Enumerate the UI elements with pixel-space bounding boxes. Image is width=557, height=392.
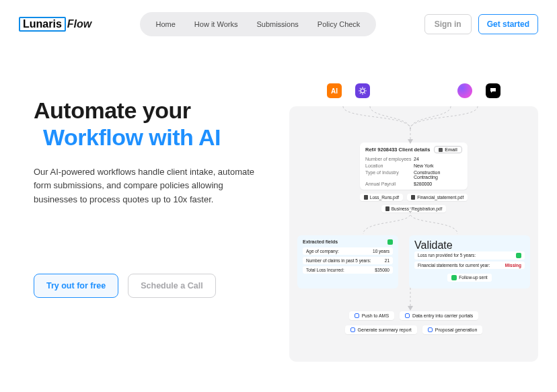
action-icon [428, 327, 433, 332]
hero-title: Automate your Workflow with AI [34, 97, 283, 151]
hero-title-line1: Automate your [34, 97, 190, 123]
action-icon [355, 313, 359, 318]
svg-point-0 [361, 89, 365, 93]
chat-icon [486, 83, 500, 98]
action-icon [405, 313, 410, 318]
file-icon [364, 195, 368, 200]
signin-button[interactable]: Sign in [424, 14, 472, 34]
brand-logo: Lunaris Flow [19, 17, 91, 32]
diagram-panel: Ref# 9208433 Client details Email Number… [289, 106, 538, 362]
header-actions: Sign in Get started [424, 14, 538, 34]
extracted-fields-card: Extracted fields Age of company:10 years… [297, 235, 398, 288]
ai-icon: AI [327, 83, 342, 98]
cta-row: Try out for free Schedule a Call [34, 274, 283, 298]
main: Automate your Workflow with AI Our AI-po… [0, 83, 557, 362]
brand-boxed: Lunaris [19, 17, 66, 32]
email-button[interactable]: Email [434, 146, 462, 153]
output-chip: Data entry into carrier portals [400, 311, 478, 320]
validate-card: Validate Loss run provided for 5 years: … [409, 235, 530, 288]
svg-marker-2 [408, 306, 413, 311]
header: Lunaris Flow Home How it Works Submissio… [0, 0, 557, 36]
check-icon [387, 239, 393, 245]
hero-title-line2: Workflow with AI [34, 124, 283, 151]
gradient-icon [457, 83, 472, 98]
hero: Automate your Workflow with AI Our AI-po… [34, 83, 283, 362]
output-chip: Proposal generation [422, 325, 483, 334]
file-row: Loss_Runs.pdf Financial_statement.pdf Bu… [340, 194, 488, 212]
output-chip: Generate summary report [345, 325, 417, 334]
file-chip: Loss_Runs.pdf [360, 194, 403, 201]
nav-policy-check[interactable]: Policy Check [308, 16, 370, 32]
followup-chip: Follow-up sent [447, 274, 491, 282]
file-icon [385, 206, 389, 211]
check-icon [516, 253, 521, 258]
brand-rest: Flow [67, 18, 91, 30]
nav-how-it-works[interactable]: How it Works [185, 16, 248, 32]
mid-row: Extracted fields Age of company:10 years… [297, 235, 530, 288]
client-card-title: Ref# 9208433 Client details [365, 147, 430, 153]
file-chip: Financial_statement.pdf [407, 194, 468, 201]
get-started-button[interactable]: Get started [478, 14, 538, 34]
mail-icon [439, 148, 443, 152]
client-details-card: Ref# 9208433 Client details Email Number… [360, 143, 468, 190]
nav-submissions[interactable]: Submissions [247, 16, 307, 32]
source-row: AI [289, 83, 538, 102]
nav-home[interactable]: Home [147, 16, 185, 32]
action-icon [350, 327, 355, 332]
try-free-button[interactable]: Try out for free [34, 274, 118, 298]
outputs-row: Push to AMS Data entry into carrier port… [313, 311, 515, 334]
top-nav: Home How it Works Submissions Policy Che… [140, 12, 377, 36]
hero-description: Our AI-powered workflows handle client i… [34, 165, 262, 206]
workflow-diagram: AI [289, 83, 538, 362]
check-icon [451, 275, 457, 280]
file-chip: Business_Registration.pdf [381, 205, 447, 212]
schedule-call-button[interactable]: Schedule a Call [128, 274, 215, 298]
openai-icon [355, 83, 370, 98]
output-chip: Push to AMS [349, 311, 394, 320]
file-icon [411, 195, 415, 200]
